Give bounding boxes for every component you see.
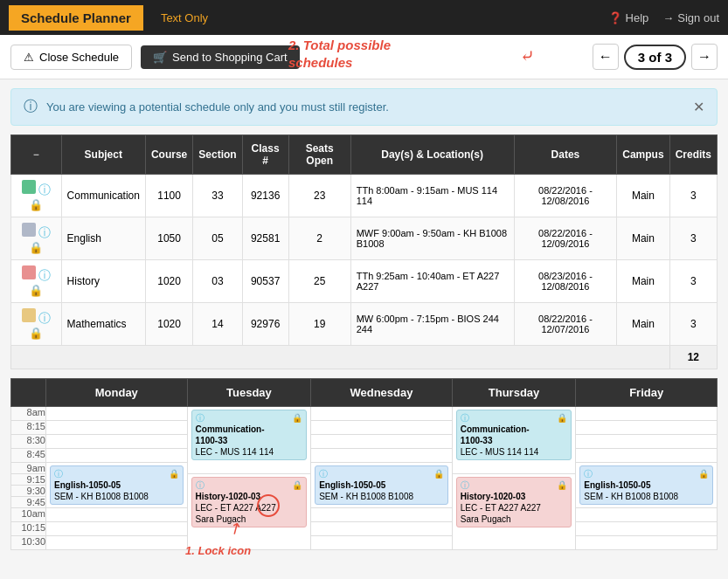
calendar-cell: ⓘ🔒Communication-1100-33LEC - MUS 114 114 <box>187 407 311 474</box>
calendar-cell <box>576 421 718 435</box>
calendar-row: 10:30 <box>11 536 718 550</box>
lock-icon[interactable]: 🔒 <box>29 284 43 297</box>
info-banner-text: You are viewing a potential schedule onl… <box>46 100 389 114</box>
event-info-icon[interactable]: ⓘ <box>319 469 328 479</box>
class-cell: 90537 <box>242 260 288 303</box>
seats-cell: 19 <box>288 303 350 346</box>
section-cell: 14 <box>193 303 242 346</box>
section-cell: 03 <box>193 260 242 303</box>
calendar-event: ⓘ🔒English-1050-05SEM - KH B1008 B1008 <box>50 465 184 505</box>
collapse-header[interactable]: − <box>11 135 62 175</box>
time-label: 9:15 <box>11 474 46 486</box>
time-label: 10:30 <box>11 536 46 550</box>
lock-icon[interactable]: 🔒 <box>29 198 43 211</box>
calendar-cell <box>576 407 718 421</box>
calendar-cell <box>576 449 718 463</box>
calendar-event: ⓘ🔒Communication-1100-33LEC - MUS 114 114 <box>191 410 308 460</box>
schedule-table-section: − Subject Course Section Class # Seats O… <box>10 134 718 369</box>
time-header <box>11 379 46 407</box>
wednesday-header: Wednesday <box>311 379 453 407</box>
dates-cell: 08/22/2016 - 12/07/2016 <box>514 303 617 346</box>
app-header: Schedule Planner Text Only ❓ Help → Sign… <box>0 0 728 35</box>
calendar-cell <box>311 449 453 463</box>
calendar-cell <box>311 508 453 522</box>
text-only-link[interactable]: Text Only <box>152 11 217 24</box>
time-label: 9:30 <box>11 486 46 497</box>
calendar-cell <box>576 536 718 550</box>
section-cell: 05 <box>193 217 242 260</box>
signout-icon: → <box>662 11 674 24</box>
color-indicator <box>22 308 36 322</box>
class-header: Class # <box>242 135 288 175</box>
seats-cell: 23 <box>288 175 350 217</box>
lock-icon[interactable]: 🔒 <box>29 241 43 254</box>
calendar-cell <box>311 407 453 421</box>
seats-cell: 2 <box>288 217 350 260</box>
calendar-cell <box>46 435 188 449</box>
event-lock-icon[interactable]: 🔒 <box>557 479 567 491</box>
class-cell: 92581 <box>242 217 288 260</box>
calendar-cell <box>311 522 453 536</box>
calendar-cell <box>46 421 188 435</box>
subject-cell: History <box>61 260 145 303</box>
credits-cell: 3 <box>669 260 717 303</box>
help-icon: ❓ <box>608 11 622 24</box>
info-icon[interactable]: ⓘ <box>38 268 51 282</box>
total-credits: 12 <box>669 346 717 369</box>
days-cell: TTh 8:00am - 9:15am - MUS 114 114 <box>350 175 514 217</box>
calendar-section: Monday Tuesday Wednesday Thursday Friday… <box>10 378 718 550</box>
calendar-cell <box>311 435 453 449</box>
calendar-row: 8amⓘ🔒Communication-1100-33LEC - MUS 114 … <box>11 407 718 421</box>
event-lock-icon[interactable]: 🔒 <box>433 468 444 479</box>
event-lock-icon[interactable]: 🔒 <box>292 412 302 424</box>
time-label: 9:45 <box>11 497 46 508</box>
event-info-icon[interactable]: ⓘ <box>54 469 63 479</box>
event-info-icon[interactable]: ⓘ <box>461 480 469 490</box>
event-info-icon[interactable]: ⓘ <box>196 480 205 490</box>
seats-header: Seats Open <box>288 135 350 175</box>
days-cell: MWF 9:00am - 9:50am - KH B1008 B1008 <box>350 217 514 260</box>
campus-cell: Main <box>617 217 669 260</box>
dates-cell: 08/22/2016 - 12/08/2016 <box>514 175 617 217</box>
thursday-header: Thursday <box>452 379 576 407</box>
calendar-event: ⓘ🔒Communication-1100-33LEC - MUS 114 114 <box>456 410 572 460</box>
next-page-button[interactable]: → <box>691 44 718 70</box>
calendar-cell <box>311 536 453 550</box>
help-link[interactable]: ❓ Help <box>608 11 649 24</box>
prev-page-button[interactable]: ← <box>593 44 619 70</box>
info-icon[interactable]: ⓘ <box>38 225 51 239</box>
event-info-icon[interactable]: ⓘ <box>461 413 469 423</box>
event-lock-icon[interactable]: 🔒 <box>698 468 709 479</box>
event-lock-icon[interactable]: 🔒 <box>292 479 302 491</box>
info-icon[interactable]: ⓘ <box>38 183 51 196</box>
credits-header: Credits <box>669 135 717 175</box>
collapse-button[interactable]: − <box>28 147 44 162</box>
section-cell: 33 <box>193 175 242 217</box>
calendar-cell <box>576 508 718 522</box>
table-row: ⓘ 🔒 English 1050 05 92581 2 MWF 9:00am -… <box>11 217 718 260</box>
calendar-event: ⓘ🔒History-1020-03LEC - ET A227 A227Sara … <box>191 477 308 527</box>
close-icon: ⚠ <box>24 51 34 64</box>
campus-cell: Main <box>617 303 669 346</box>
calendar-cell: ⓘ🔒Communication-1100-33LEC - MUS 114 114 <box>452 407 576 474</box>
calendar-row: 8:45 <box>11 449 718 463</box>
calendar-cell <box>576 522 718 536</box>
campus-cell: Main <box>617 260 669 303</box>
event-info-icon[interactable]: ⓘ <box>196 413 205 423</box>
event-lock-icon[interactable]: 🔒 <box>557 412 567 424</box>
info-icon[interactable]: ⓘ <box>38 311 51 325</box>
dates-cell: 08/22/2016 - 12/09/2016 <box>514 217 617 260</box>
signout-link[interactable]: → Sign out <box>662 11 719 24</box>
time-label: 8am <box>11 407 46 421</box>
credits-cell: 3 <box>669 217 717 260</box>
send-to-cart-button[interactable]: 🛒 Send to Shopping Cart <box>141 45 300 69</box>
dates-cell: 08/23/2016 - 12/08/2016 <box>514 260 617 303</box>
event-info-icon[interactable]: ⓘ <box>584 469 593 479</box>
row-controls: ⓘ 🔒 <box>11 175 62 217</box>
close-schedule-button[interactable]: ⚠ Close Schedule <box>10 45 132 70</box>
lock-icon[interactable]: 🔒 <box>29 327 43 340</box>
subject-cell: Communication <box>61 175 145 217</box>
app-title: Schedule Planner <box>9 5 143 31</box>
event-lock-icon[interactable]: 🔒 <box>169 468 179 479</box>
info-banner-close-button[interactable]: ✕ <box>693 99 704 115</box>
